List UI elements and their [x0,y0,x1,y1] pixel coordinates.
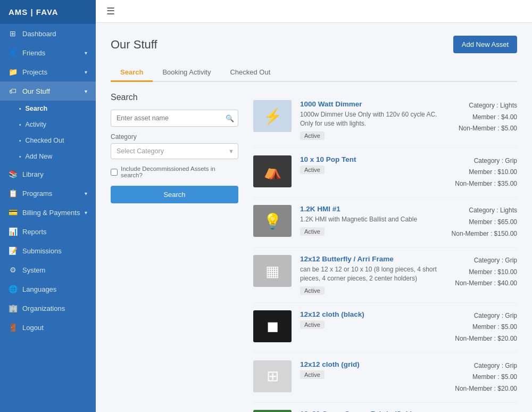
result-nonmember-price-5: Non-Member : $20.00 [453,383,517,395]
page-header: Our Stuff Add New Asset [111,36,517,53]
result-pricing-1: Category : Grip Member : $10.00 Non-Memb… [453,155,517,190]
nav-label-projects: Projects [22,68,47,76]
result-category-4: Category : Grip [453,310,517,322]
result-desc-0: 1000w Dimmer Use Only with 120v 60 cycle… [300,110,445,128]
sidebar-item-logout[interactable]: 🚪 Logout [0,318,96,337]
result-pricing-3: Category : Grip Member : $10.00 Non-Memb… [453,255,517,290]
table-row: ▦ 12x12 Butterfly / Arri Frame can be 12… [253,248,517,303]
category-select[interactable]: Select Category Lights Grip All [111,143,238,159]
result-name-1[interactable]: 10 x 10 Pop Tent [300,155,445,163]
decommission-checkbox[interactable] [111,169,118,176]
status-badge-3: Active [300,286,325,295]
nav-icon-friends: 👤 [9,48,17,57]
chevron-icon-programs: ▾ [85,191,87,196]
result-name-6[interactable]: 12x20 Green Screen Fabric (Sub) [300,410,445,412]
nav-icon-reports: 📊 [9,227,17,236]
nav-label-dashboard: Dashboard [22,30,56,38]
nav-label-organizations: Organizations [22,304,65,312]
nav-label-friends: Friends [22,49,45,57]
result-name-4[interactable]: 12x12 cloth (black) [300,310,445,318]
two-col-layout: Search 🔍 Category Select Category Lights… [111,93,517,412]
sidebar-item-dashboard[interactable]: ⊞ Dashboard [0,24,96,43]
search-button[interactable]: Search [111,186,238,203]
result-category-2: Category : Lights [452,205,517,217]
result-name-3[interactable]: 12x12 Butterfly / Arri Frame [300,255,445,263]
result-image-1: ⛺ [253,155,292,187]
nav-icon-logout: 🚪 [9,323,17,332]
nav-icon-languages: 🌐 [9,285,17,293]
sidebar-item-reports[interactable]: 📊 Reports [0,222,96,241]
result-desc-2: 1.2K HMI with Magnetic Ballist and Cable [300,215,443,224]
tab-search[interactable]: Search [111,64,153,82]
result-pricing-2: Category : Lights Member : $65.00 Non-Me… [452,205,517,240]
sidebar-item-organizations[interactable]: 🏢 Organizations [0,299,96,318]
topbar: ☰ [96,0,532,23]
result-member-price-1: Member : $10.00 [453,167,517,178]
nav-icon-our-stuff: 🏷 [9,87,17,95]
sub-label-checked-out: Checked Out [26,137,64,144]
chevron-icon-our-stuff: ▾ [85,88,87,94]
sidebar-item-languages[interactable]: 🌐 Languages [0,279,96,299]
result-image-5: ⊞ [253,360,292,392]
sidebar-item-projects[interactable]: 📁 Projects ▾ [0,62,96,81]
result-image-6: 🟩 [253,410,292,412]
sidebar-item-system[interactable]: ⚙ System [0,260,96,279]
result-name-0[interactable]: 1000 Watt Dimmer [300,100,445,108]
result-nonmember-price-0: Non-Member : $5.00 [453,123,517,135]
result-desc-3: can be 12 x 12 or 10 x 10 (8 long pieces… [300,265,445,283]
tab-booking-activity[interactable]: Booking Activity [153,64,220,82]
sidebar-subitem-checked-out[interactable]: • Checked Out [0,133,96,149]
bullet-icon: • [19,154,21,160]
nav-label-our-stuff: Our Stuff [22,87,50,95]
status-badge-4: Active [300,320,325,329]
nav-icon-library: 📚 [9,170,17,178]
result-category-6: Category : All [453,410,517,412]
sidebar-item-submissions[interactable]: 📝 Submissions [0,241,96,260]
sidebar-item-friends[interactable]: 👤 Friends ▾ [0,43,96,62]
result-pricing-4: Category : Grip Member : $5.00 Non-Membe… [453,310,517,345]
nav-icon-submissions: 📝 [9,246,17,255]
result-category-0: Category : Lights [453,100,517,112]
search-icon: 🔍 [226,114,234,122]
sidebar-brand: AMS | FAVA [0,0,96,24]
tab-checked-out[interactable]: Checked Out [220,64,280,82]
sub-label-search: Search [26,105,48,112]
bullet-icon: • [19,106,21,112]
tab-bar: SearchBooking ActivityChecked Out [111,64,517,82]
status-badge-2: Active [300,227,325,236]
sidebar-item-library[interactable]: 📚 Library [0,164,96,184]
search-input[interactable] [111,110,238,127]
sub-label-activity: Activity [26,121,47,128]
result-info-6: 12x20 Green Screen Fabric (Sub) 12'x20' … [300,410,445,412]
nav-label-logout: Logout [22,324,44,332]
result-nonmember-price-2: Non-Member : $150.00 [452,228,517,240]
sidebar-item-our-stuff[interactable]: 🏷 Our Stuff ▾ [0,81,96,101]
nav-icon-programs: 📋 [9,189,17,197]
result-pricing-0: Category : Lights Member : $4.00 Non-Mem… [453,100,517,135]
sidebar-subitem-add-new[interactable]: • Add New [0,149,96,164]
sidebar-subitem-search[interactable]: • Search [0,101,96,117]
result-info-2: 1.2K HMI #1 1.2K HMI with Magnetic Balli… [300,205,443,236]
category-select-wrap: Select Category Lights Grip All ▼ [111,143,238,159]
chevron-icon-projects: ▾ [85,69,87,75]
search-panel: Search 🔍 Category Select Category Lights… [111,93,238,412]
sidebar-item-billing[interactable]: 💳 Billing & Payments ▾ [0,203,96,222]
result-pricing-6: Category : All Member : $5.00 Non-Member… [453,410,517,412]
bullet-icon: • [19,138,21,144]
sidebar: AMS | FAVA ⊞ Dashboard 👤 Friends ▾📁 Proj… [0,0,96,412]
sidebar-subitem-activity[interactable]: • Activity [0,117,96,133]
result-name-5[interactable]: 12x12 cloth (grid) [300,360,445,368]
add-new-asset-button[interactable]: Add New Asset [453,36,517,53]
result-member-price-5: Member : $5.00 [453,372,517,383]
result-info-3: 12x12 Butterfly / Arri Frame can be 12 x… [300,255,445,295]
sidebar-item-programs[interactable]: 📋 Programs ▾ [0,184,96,203]
results-list: ⚡ 1000 Watt Dimmer 1000w Dimmer Use Only… [253,93,517,412]
sub-label-add-new: Add New [26,153,53,160]
search-input-wrap: 🔍 [111,110,238,127]
result-image-3: ▦ [253,255,292,287]
status-badge-0: Active [300,131,325,140]
result-name-2[interactable]: 1.2K HMI #1 [300,205,443,213]
main-content: ☰ Our Stuff Add New Asset SearchBooking … [96,0,532,412]
result-nonmember-price-4: Non-Member : $20.00 [453,333,517,345]
menu-icon[interactable]: ☰ [106,5,115,17]
